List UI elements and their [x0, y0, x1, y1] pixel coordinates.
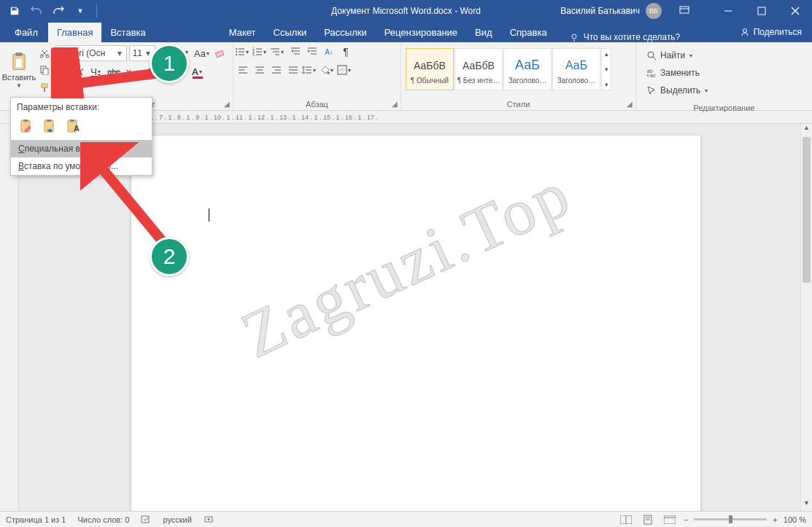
italic-button[interactable]: К: [72, 63, 88, 79]
styles-launcher-icon[interactable]: ◢: [625, 100, 634, 109]
decrease-indent-button[interactable]: [287, 44, 303, 60]
user-name[interactable]: Василий Батькавич: [560, 6, 640, 16]
justify-icon: [288, 65, 298, 75]
file-tab[interactable]: Файл: [4, 23, 48, 42]
scroll-up-icon[interactable]: ▲: [801, 124, 812, 136]
align-left-button[interactable]: [235, 62, 251, 78]
change-case-button[interactable]: Aa▾: [194, 45, 210, 61]
find-button[interactable]: Найти▾: [643, 47, 714, 63]
paste-button[interactable]: Вставить ▼: [3, 44, 35, 96]
status-page[interactable]: Страница 1 из 1: [6, 515, 66, 524]
zoom-out-button[interactable]: −: [684, 515, 688, 524]
tab-review[interactable]: Рецензирование: [376, 23, 466, 42]
tab-layout[interactable]: Макет: [220, 23, 265, 42]
strikethrough-button[interactable]: abc: [106, 63, 122, 79]
tab-references[interactable]: Ссылки: [265, 23, 316, 42]
paste-text-only-button[interactable]: A: [63, 117, 82, 136]
tab-help[interactable]: Справка: [501, 23, 556, 42]
paste-keep-source-button[interactable]: [17, 117, 36, 136]
tab-hidden-2[interactable]: [198, 34, 220, 42]
status-macro-icon[interactable]: [204, 514, 214, 526]
ribbon-display-options-icon[interactable]: [668, 0, 701, 22]
show-marks-button[interactable]: ¶: [338, 44, 354, 60]
redo-icon[interactable]: [51, 4, 66, 18]
user-avatar[interactable]: ВБ: [646, 3, 662, 19]
clipboard-arrow-icon: [42, 119, 57, 133]
tab-home[interactable]: Главная: [48, 23, 101, 42]
format-painter-button[interactable]: [37, 80, 52, 95]
tab-mailings[interactable]: Рассылки: [315, 23, 375, 42]
justify-button[interactable]: [285, 62, 301, 78]
replace-button[interactable]: abacЗаменить: [643, 65, 714, 81]
view-print-layout-button[interactable]: [640, 513, 656, 526]
tell-me-search[interactable]: Что вы хотите сделать?: [562, 32, 688, 42]
select-button[interactable]: Выделить▾: [643, 82, 714, 98]
clipboard-text-icon: A: [66, 119, 80, 133]
status-proofing-icon[interactable]: [141, 514, 151, 526]
scroll-down-icon[interactable]: ▼: [801, 499, 812, 511]
multilevel-button[interactable]: ▾: [270, 44, 287, 60]
zoom-slider-thumb[interactable]: [729, 515, 732, 523]
minimize-button[interactable]: [711, 0, 745, 22]
svg-text:A: A: [74, 124, 80, 133]
style-heading-1[interactable]: АаБЗаголово…: [503, 48, 552, 90]
svg-point-56: [328, 72, 330, 74]
numbering-button[interactable]: 123▾: [252, 44, 269, 60]
subscript-button[interactable]: x₂: [123, 63, 139, 79]
underline-button[interactable]: Ч▾: [89, 63, 105, 79]
style-gallery-more[interactable]: ▴▾▾: [601, 48, 611, 90]
status-language[interactable]: русский: [163, 515, 191, 524]
style-no-spacing[interactable]: АаБбВ¶ Без инте…: [455, 48, 503, 90]
style-heading-2[interactable]: АаБЗаголово…: [552, 48, 600, 90]
copy-button[interactable]: [37, 63, 52, 77]
qat-customize-icon[interactable]: ▼: [73, 4, 88, 18]
font-name-combo[interactable]: Calibri (Осн▾: [55, 45, 127, 61]
zoom-in-button[interactable]: +: [773, 515, 777, 524]
zoom-slider[interactable]: [694, 518, 767, 520]
align-right-button[interactable]: [268, 62, 285, 78]
close-button[interactable]: [778, 0, 812, 22]
borders-button[interactable]: ▾: [337, 62, 354, 78]
text-cursor: [209, 208, 209, 222]
maximize-button[interactable]: [745, 0, 778, 22]
line-spacing-button[interactable]: ▾: [302, 62, 319, 78]
tab-hidden-1[interactable]: [155, 34, 198, 42]
scrollbar-thumb[interactable]: [803, 137, 811, 283]
svg-rect-18: [215, 50, 223, 57]
align-center-button[interactable]: [252, 62, 268, 78]
paste-merge-button[interactable]: [40, 117, 59, 136]
paste-default-menuitem[interactable]: Вставка по умолчанию...: [11, 157, 152, 175]
bold-button[interactable]: Ж: [55, 63, 71, 79]
vertical-scrollbar[interactable]: ▲ ▼: [800, 124, 812, 511]
paste-special-menuitem[interactable]: Специальная вставка...: [11, 140, 152, 157]
page-viewport[interactable]: [19, 124, 812, 511]
font-color-button[interactable]: A▾: [190, 63, 206, 79]
group-label-styles: Стили: [507, 100, 530, 109]
bullets-button[interactable]: ▾: [235, 44, 252, 60]
clear-formatting-button[interactable]: [212, 45, 228, 61]
title-right: Василий Батькавич ВБ: [560, 0, 812, 22]
zoom-level[interactable]: 100 %: [784, 515, 806, 524]
vertical-ruler[interactable]: [0, 124, 19, 511]
increase-indent-button[interactable]: [304, 44, 320, 60]
tab-view[interactable]: Вид: [466, 23, 501, 42]
svg-rect-69: [70, 120, 74, 122]
group-styles: АаБбВ¶ Обычный АаБбВ¶ Без инте… АаБЗагол…: [401, 42, 636, 110]
svg-text:ac: ac: [650, 73, 656, 78]
sort-button[interactable]: A↓: [321, 44, 337, 60]
view-web-layout-button[interactable]: [662, 513, 678, 526]
view-read-mode-button[interactable]: [618, 513, 634, 526]
paragraph-launcher-icon[interactable]: ◢: [390, 100, 399, 109]
replace-icon: abac: [646, 68, 657, 78]
status-bar: Страница 1 из 1 Число слов: 0 русский − …: [0, 511, 812, 527]
save-icon[interactable]: [7, 4, 22, 18]
document-page[interactable]: [131, 136, 700, 511]
cut-button[interactable]: [37, 46, 52, 60]
undo-icon[interactable]: [29, 4, 44, 18]
shading-button[interactable]: ▾: [320, 62, 336, 78]
style-normal[interactable]: АаБбВ¶ Обычный: [406, 48, 454, 90]
font-launcher-icon[interactable]: ◢: [222, 100, 231, 109]
tab-insert[interactable]: Вставка: [101, 23, 154, 42]
status-word-count[interactable]: Число слов: 0: [77, 515, 129, 524]
share-button[interactable]: Поделиться: [730, 22, 812, 42]
